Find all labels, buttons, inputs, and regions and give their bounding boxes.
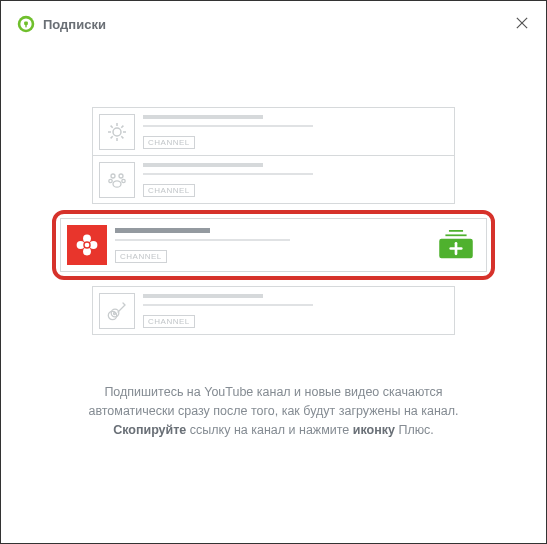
channel-title-placeholder — [143, 294, 263, 298]
help-bold1: Скопируйте — [113, 423, 186, 437]
svg-point-9 — [113, 180, 121, 186]
channel-row-active: CHANNEL — [60, 218, 487, 272]
svg-point-6 — [119, 174, 123, 178]
content-area: CHANNEL CHANNEL — [1, 47, 546, 439]
window-title: Подписки — [43, 17, 106, 32]
channel-badge: CHANNEL — [115, 250, 167, 263]
help-line1: Подпишитесь на YouTube канал и новые вид… — [104, 385, 442, 399]
channel-badge: CHANNEL — [143, 315, 195, 328]
svg-rect-3 — [25, 25, 26, 28]
help-text: Подпишитесь на YouTube канал и новые вид… — [88, 383, 458, 439]
channel-badge: CHANNEL — [143, 184, 195, 197]
add-download-button[interactable] — [436, 230, 476, 260]
close-icon[interactable] — [514, 16, 530, 32]
help-mid: ссылку на канал и нажмите — [186, 423, 353, 437]
svg-point-23 — [114, 312, 116, 314]
channel-desc-placeholder — [143, 173, 313, 175]
channel-row: CHANNEL — [92, 107, 455, 156]
channel-desc-placeholder — [115, 239, 290, 241]
svg-point-7 — [109, 179, 112, 182]
channel-badge: CHANNEL — [143, 136, 195, 149]
channel-desc-placeholder — [143, 304, 313, 306]
header: Подписки — [1, 1, 546, 47]
channel-title-placeholder — [115, 228, 210, 233]
help-bold2: иконку — [353, 423, 395, 437]
help-tail: Плюс. — [395, 423, 434, 437]
channel-row: CHANNEL — [92, 155, 455, 204]
paw-icon — [99, 162, 135, 198]
svg-point-15 — [85, 243, 90, 248]
highlighted-channel-row: CHANNEL — [52, 210, 495, 280]
svg-point-4 — [113, 128, 121, 136]
app-logo-icon — [17, 15, 35, 33]
channel-list: CHANNEL CHANNEL — [92, 107, 455, 335]
channel-title-placeholder — [143, 163, 263, 167]
svg-point-5 — [111, 174, 115, 178]
svg-point-8 — [122, 179, 125, 182]
channel-title-placeholder — [143, 115, 263, 119]
guitar-icon — [99, 293, 135, 329]
flower-icon — [67, 225, 107, 265]
sun-icon — [99, 114, 135, 150]
help-line2: автоматически сразу после того, как буду… — [88, 404, 458, 418]
channel-desc-placeholder — [143, 125, 313, 127]
channel-row: CHANNEL — [92, 286, 455, 335]
svg-rect-2 — [24, 21, 28, 25]
